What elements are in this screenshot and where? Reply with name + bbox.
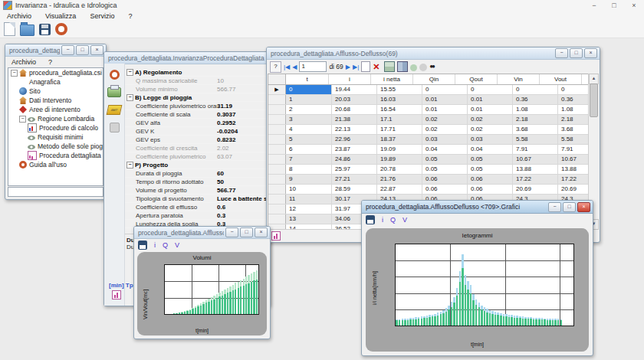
- grid-cell[interactable]: 0.05: [468, 165, 513, 174]
- grid-cell[interactable]: 5: [286, 135, 332, 144]
- table-row[interactable]: 422.1317.710.020.023.683.68: [268, 125, 588, 135]
- grid-cell[interactable]: 17.22: [558, 175, 589, 184]
- table-row[interactable]: 220.6816.540.010.011.081.08: [268, 105, 588, 115]
- row-selector[interactable]: [268, 165, 286, 174]
- property-value[interactable]: 0.8232: [217, 136, 269, 143]
- grid-cell[interactable]: 7: [286, 155, 332, 164]
- close-icon[interactable]: ×: [90, 45, 104, 55]
- grid-cell[interactable]: 16.03: [377, 95, 422, 104]
- grid-cell[interactable]: 22.96: [332, 135, 377, 144]
- menu-servizio[interactable]: Servizio: [83, 12, 121, 20]
- main-titlebar[interactable]: Invarianza - Idraulica e Idrologica − □ …: [0, 0, 644, 11]
- tree-item[interactable]: Requisiti minimi: [8, 133, 103, 142]
- row-selector[interactable]: [268, 145, 286, 154]
- row-selector[interactable]: [268, 135, 286, 144]
- column-header[interactable]: t: [286, 74, 329, 84]
- grid-cell[interactable]: 18.37: [377, 135, 422, 144]
- grid-cell[interactable]: 4: [286, 125, 332, 134]
- maximize-button[interactable]: □: [76, 45, 89, 55]
- grid-cell[interactable]: 0: [286, 85, 332, 94]
- grid-cell[interactable]: 2.18: [558, 115, 589, 124]
- grid-cell[interactable]: 0.02: [468, 125, 513, 134]
- column-header[interactable]: i netta: [371, 74, 413, 84]
- property-value[interactable]: -0.0204: [217, 128, 269, 135]
- close-icon[interactable]: ×: [584, 48, 597, 58]
- grid-cell[interactable]: 0: [422, 85, 468, 94]
- grid-cell[interactable]: 10.67: [513, 155, 558, 164]
- open-folder-icon[interactable]: [20, 25, 34, 36]
- grid-cell[interactable]: 11: [286, 195, 332, 204]
- help-ring-icon[interactable]: [55, 23, 67, 35]
- row-selector[interactable]: [268, 105, 286, 114]
- table-row[interactable]: 321.3817.10.020.022.182.18: [268, 115, 588, 125]
- tree-item[interactable]: Aree di intervento: [8, 105, 103, 114]
- grid-cell[interactable]: 2.18: [513, 115, 558, 124]
- grid-cell[interactable]: 0.05: [468, 155, 513, 164]
- row-selector[interactable]: [268, 115, 286, 124]
- grid-link-icon[interactable]: [397, 61, 408, 72]
- grid-cell[interactable]: 10: [286, 185, 332, 194]
- grid-cell[interactable]: 22.87: [377, 185, 422, 194]
- menu-help[interactable]: ?: [121, 12, 139, 20]
- grid-cell[interactable]: 13.88: [513, 165, 558, 174]
- grid-cell[interactable]: 0.01: [422, 105, 468, 114]
- row-selector[interactable]: [268, 125, 286, 134]
- grid-cell[interactable]: 0.03: [422, 135, 468, 144]
- grid-cell[interactable]: 0.06: [422, 185, 468, 194]
- property-value[interactable]: 0.2952: [217, 119, 269, 126]
- table-row[interactable]: ▶019.4415.550000: [268, 85, 588, 95]
- grid-cell[interactable]: 7.91: [513, 145, 558, 154]
- grid-cell[interactable]: 3.68: [558, 125, 589, 134]
- maximize-button[interactable]: □: [570, 48, 583, 58]
- row-selector[interactable]: [268, 155, 286, 164]
- grid-cell[interactable]: 0.36: [558, 95, 589, 104]
- minimize-button[interactable]: −: [548, 202, 561, 212]
- grid-cell[interactable]: 28.59: [332, 185, 377, 194]
- properties-window-titlebar[interactable]: procedura_dettagliata.InvarianzaProcedur…: [104, 52, 270, 64]
- save-icon[interactable]: [39, 24, 51, 35]
- menu-archivio[interactable]: Archivio: [5, 58, 42, 66]
- tree-item[interactable]: Sito: [8, 87, 103, 96]
- tree-item[interactable]: Dati Intervento: [8, 96, 103, 105]
- row-selector[interactable]: [268, 195, 286, 204]
- grid-cell[interactable]: 19.89: [377, 155, 422, 164]
- tree-expander[interactable]: −: [11, 70, 18, 77]
- tree-item[interactable]: Procedure di calcolo: [8, 123, 103, 133]
- tree-item[interactable]: Anagrafica: [8, 77, 103, 87]
- printer-icon[interactable]: [107, 87, 121, 97]
- row-selector[interactable]: [268, 205, 286, 214]
- property-value[interactable]: 0.3: [217, 212, 269, 219]
- help-button[interactable]: ?: [270, 61, 281, 73]
- table-row[interactable]: 724.8619.890.050.0510.6710.67: [268, 155, 588, 165]
- grid-cell[interactable]: 7.91: [558, 145, 589, 154]
- row-selector[interactable]: [268, 214, 286, 224]
- property-value[interactable]: Luce a battente sotto parat: [217, 195, 269, 202]
- chart-icon[interactable]: [271, 231, 281, 241]
- scroll-thumb[interactable]: [590, 83, 598, 117]
- menu-i[interactable]: i: [382, 216, 383, 224]
- menu-visualizza[interactable]: Visualizza: [38, 12, 83, 20]
- new-record-icon[interactable]: [361, 61, 370, 72]
- grid-cell[interactable]: 24.86: [332, 155, 377, 164]
- section-expander[interactable]: −: [127, 94, 133, 101]
- grid-cell[interactable]: 20.69: [558, 185, 589, 194]
- grid-cell[interactable]: 12: [286, 205, 332, 214]
- prev-record-button[interactable]: ◀: [292, 64, 297, 70]
- grid-cell[interactable]: 0.04: [422, 145, 468, 154]
- save-icon[interactable]: [366, 215, 375, 224]
- property-value[interactable]: 566.77: [217, 187, 269, 194]
- column-header[interactable]: i: [329, 74, 371, 84]
- grid-cell[interactable]: 0.36: [513, 95, 558, 104]
- tree-item[interactable]: −procedura_dettagliata.csi: [8, 68, 103, 77]
- grid-cell[interactable]: 19.09: [377, 145, 422, 154]
- grid-cell[interactable]: 27.21: [332, 175, 377, 184]
- section-expander[interactable]: −: [127, 162, 133, 169]
- minimize-button[interactable]: −: [61, 45, 74, 55]
- tree-expander[interactable]: −: [19, 116, 26, 123]
- row-selector[interactable]: ▶: [268, 85, 286, 94]
- grid-cell[interactable]: 17.1: [377, 115, 422, 124]
- table-row[interactable]: 522.9618.370.030.035.585.58: [268, 135, 588, 145]
- chart-icon[interactable]: [112, 290, 121, 299]
- close-icon[interactable]: ×: [255, 227, 268, 237]
- grid-cell[interactable]: 17.22: [513, 175, 558, 184]
